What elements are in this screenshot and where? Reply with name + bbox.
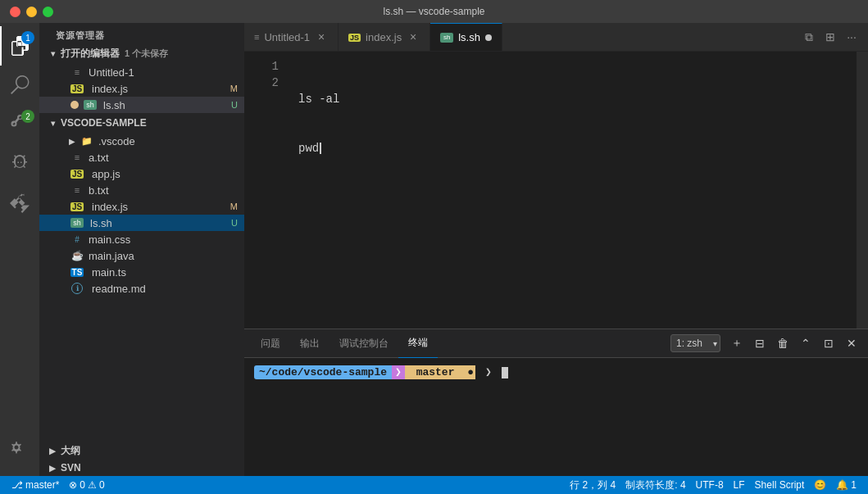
open-editor-indexjs[interactable]: JS index.js M	[39, 80, 244, 97]
outline-header[interactable]: ▶ 大纲	[39, 442, 244, 460]
term-shell-select[interactable]: 1: zsh	[670, 334, 720, 352]
open-editors-label: 打开的编辑器	[61, 47, 120, 61]
open-editor-lssh-name: ls.sh	[103, 99, 125, 111]
activity-git[interactable]: 2	[0, 105, 39, 144]
code-area[interactable]: ls -al pwd	[285, 52, 857, 329]
prompt-arrow: ❯	[479, 366, 492, 378]
cursor	[502, 367, 508, 378]
window-title: ls.sh — vscode-sample	[383, 6, 484, 17]
open-editor-lssh[interactable]: sh ls.sh U	[39, 97, 244, 113]
project-files: ▶ 📁 .vscode ≡ a.txt JS app.js ≡ b.txt JS…	[39, 131, 244, 298]
more-button[interactable]: ···	[842, 27, 861, 47]
svn-header[interactable]: ▶ SVN	[39, 460, 244, 476]
tab-untitled[interactable]: ≡ Untitled-1 ×	[244, 23, 339, 51]
btxt-icon: ≡	[70, 184, 84, 197]
activity-debug[interactable]	[0, 144, 39, 184]
tab-indexjs-close[interactable]: ×	[407, 30, 420, 43]
terminal-prompt-line: ~/code/vscode-sample❯ master ● ❯	[254, 365, 858, 381]
term-split-button[interactable]: ⊟	[750, 333, 770, 353]
line-num-1: 1	[244, 58, 279, 75]
open-editor-untitled-name: Untitled-1	[89, 66, 134, 79]
activity-search[interactable]	[0, 66, 39, 105]
file-lssh-name: ls.sh	[90, 217, 112, 229]
term-tab-terminal-label: 终端	[408, 336, 428, 350]
split-editor-button[interactable]: ⧉	[799, 27, 819, 47]
vscode-chevron: ▶	[66, 134, 79, 147]
code-line-1: ls -al	[298, 91, 857, 107]
tab-lssh[interactable]: sh ls.sh	[430, 23, 502, 51]
line-num-2: 2	[244, 75, 279, 91]
js-icon: JS	[70, 82, 84, 95]
file-maincss[interactable]: # main.css	[39, 231, 244, 247]
error-count: 0	[80, 479, 85, 491]
tab-indexjs[interactable]: JS index.js ×	[339, 23, 430, 51]
term-panel-button[interactable]: ⊡	[819, 333, 838, 353]
tabsize-text: 制表符长度: 4	[625, 478, 685, 492]
term-actions: ＋ ⊟ 🗑 ⌃ ⊡ ✕	[727, 333, 861, 353]
layout-button[interactable]: ⊞	[820, 27, 840, 47]
outline-label: 大纲	[61, 444, 80, 458]
editor-content[interactable]: 1 2 ls -al pwd	[244, 52, 868, 329]
project-chevron: ▾	[46, 116, 59, 129]
status-lineending[interactable]: LF	[729, 476, 750, 494]
file-indexjs[interactable]: JS index.js M	[39, 198, 244, 215]
file-appjs[interactable]: JS app.js	[39, 165, 244, 182]
term-chevron-up[interactable]: ⌃	[796, 333, 816, 353]
minimize-button[interactable]	[26, 7, 37, 17]
project-header[interactable]: ▾ VSCODE-SAMPLE	[39, 115, 244, 131]
sidebar: 资源管理器 ▾ 打开的编辑器 1 个未保存 ≡ Untitled-1 JS in…	[39, 23, 244, 476]
status-errors[interactable]: ⊗ 0 ⚠ 0	[64, 476, 109, 494]
open-editor-untitled[interactable]: ≡ Untitled-1	[39, 64, 244, 80]
open-editors-header[interactable]: ▾ 打开的编辑器 1 个未保存	[39, 45, 244, 62]
term-tab-problems[interactable]: 问题	[251, 329, 290, 358]
code-line-2: pwd	[298, 140, 857, 156]
status-encoding[interactable]: UTF-8	[691, 476, 729, 494]
status-tabsize[interactable]: 制表符长度: 4	[620, 476, 690, 494]
file-mainjava[interactable]: ☕ main.java	[39, 247, 244, 264]
svn-chevron: ▶	[46, 461, 59, 474]
maincss-icon: #	[70, 233, 84, 246]
file-readmemd[interactable]: ℹ readme.md	[39, 280, 244, 297]
maximize-button[interactable]	[43, 7, 53, 17]
status-language[interactable]: Shell Script	[750, 476, 810, 494]
file-maints[interactable]: TS main.ts	[39, 264, 244, 280]
close-button[interactable]	[10, 7, 20, 17]
file-lssh-badge: U	[231, 218, 238, 228]
scrollbar[interactable]	[857, 52, 868, 329]
tab-indexjs-label: index.js	[366, 31, 402, 43]
file-atxt-name: a.txt	[89, 152, 109, 164]
file-indexjs-name: index.js	[92, 201, 128, 213]
prompt-branch: master	[405, 365, 466, 379]
term-add-button[interactable]: ＋	[727, 333, 747, 353]
status-emoji[interactable]: 😊	[809, 476, 831, 494]
position-text: 行 2，列 4	[570, 478, 616, 492]
file-atxt[interactable]: ≡ a.txt	[39, 149, 244, 165]
tab-untitled-label: Untitled-1	[264, 31, 310, 43]
file-lssh[interactable]: sh ls.sh U	[39, 215, 244, 231]
term-trash-button[interactable]: 🗑	[773, 333, 793, 353]
activity-settings[interactable]	[0, 430, 39, 469]
term-tab-output[interactable]: 输出	[290, 329, 329, 358]
mainjava-icon: ☕	[70, 249, 84, 262]
terminal-content[interactable]: ~/code/vscode-sample❯ master ● ❯	[244, 358, 868, 476]
warning-count: 0	[99, 479, 105, 491]
outline-chevron: ▶	[46, 445, 59, 458]
status-branch[interactable]: ⎇ master*	[7, 476, 64, 494]
status-position[interactable]: 行 2，列 4	[565, 476, 620, 494]
file-mainjava-name: main.java	[89, 250, 134, 262]
activity-extensions[interactable]	[0, 184, 39, 223]
file-vscode[interactable]: ▶ 📁 .vscode	[39, 133, 244, 149]
lssh-dot	[70, 101, 79, 109]
activity-files[interactable]: 1	[0, 26, 39, 66]
term-tab-terminal[interactable]: 终端	[398, 329, 438, 358]
status-notifications[interactable]: 🔔 1	[831, 476, 861, 494]
tab-untitled-close[interactable]: ×	[315, 30, 328, 43]
term-tab-debug[interactable]: 调试控制台	[329, 329, 398, 358]
file-btxt[interactable]: ≡ b.txt	[39, 182, 244, 198]
open-editor-lssh-badge: U	[231, 100, 238, 110]
titlebar: ls.sh — vscode-sample	[0, 0, 868, 23]
tab-lssh-label: ls.sh	[458, 31, 480, 43]
term-close-button[interactable]: ✕	[842, 333, 861, 353]
tab-lssh-icon: sh	[440, 33, 453, 43]
language-text: Shell Script	[755, 479, 805, 491]
